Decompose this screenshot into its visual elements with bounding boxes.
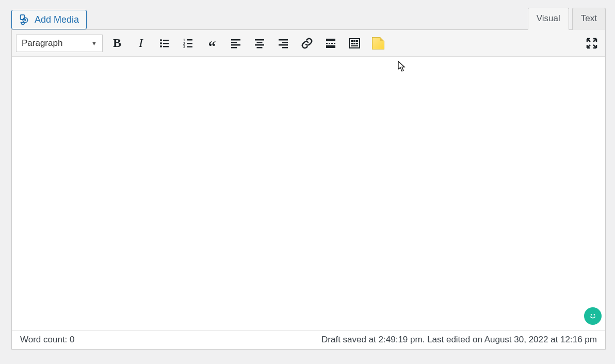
word-count: Word count: 0 (20, 335, 75, 345)
svg-rect-17 (255, 39, 264, 41)
svg-rect-19 (255, 44, 264, 46)
svg-rect-34 (356, 40, 358, 42)
svg-rect-13 (231, 39, 240, 41)
fullscreen-button[interactable] (582, 34, 601, 53)
svg-point-1 (160, 39, 162, 41)
link-icon (301, 37, 313, 49)
svg-rect-23 (279, 44, 288, 46)
italic-button[interactable]: I (132, 34, 150, 53)
svg-rect-15 (231, 44, 240, 46)
svg-rect-4 (163, 43, 169, 44)
align-center-icon (253, 37, 266, 49)
bulleted-list-icon (158, 37, 171, 49)
status-bar: Word count: 0 Draft saved at 2:49:19 pm.… (12, 330, 605, 349)
numbered-list-button[interactable]: 1 2 3 (179, 34, 198, 53)
bold-icon: B (113, 36, 121, 50)
svg-rect-20 (257, 47, 263, 48)
svg-rect-27 (329, 43, 330, 44)
chevron-down-icon: ▼ (91, 40, 97, 46)
svg-rect-8 (187, 39, 192, 41)
toolbar-toggle-icon (348, 37, 361, 49)
fullscreen-icon (586, 37, 598, 49)
svg-rect-22 (282, 42, 288, 43)
toggle-toolbar-button[interactable] (345, 34, 364, 53)
svg-rect-12 (187, 46, 192, 47)
svg-text:3: 3 (183, 45, 185, 48)
format-label: Paragraph (22, 38, 62, 48)
svg-rect-26 (326, 43, 328, 44)
svg-rect-18 (257, 42, 263, 43)
italic-icon: I (139, 36, 143, 50)
feedback-button[interactable] (584, 307, 602, 325)
read-more-button[interactable] (321, 34, 340, 53)
sticky-note-button[interactable] (369, 34, 387, 53)
numbered-list-icon: 1 2 3 (182, 37, 195, 49)
sticky-note-icon (372, 37, 384, 49)
svg-rect-30 (326, 45, 335, 48)
align-right-button[interactable] (274, 34, 293, 53)
svg-point-39 (591, 314, 592, 316)
align-right-icon (277, 37, 289, 49)
svg-point-40 (594, 314, 595, 316)
editor: Paragraph ▼ B I 1 2 3 “ (11, 29, 606, 350)
align-center-button[interactable] (250, 34, 269, 53)
svg-rect-24 (282, 47, 288, 48)
editor-toolbar: Paragraph ▼ B I 1 2 3 “ (12, 30, 605, 57)
svg-rect-29 (334, 43, 335, 44)
svg-rect-35 (351, 43, 353, 44)
svg-rect-37 (356, 43, 358, 44)
svg-rect-25 (326, 39, 335, 41)
svg-rect-28 (331, 43, 333, 44)
add-media-label: Add Media (35, 14, 79, 25)
editor-tabs: Visual Text (528, 7, 606, 29)
read-more-icon (325, 37, 337, 49)
bulleted-list-button[interactable] (155, 34, 174, 53)
format-select[interactable]: Paragraph ▼ (16, 35, 103, 52)
bold-button[interactable]: B (108, 34, 126, 53)
svg-rect-14 (231, 42, 237, 43)
svg-rect-0 (21, 15, 24, 20)
svg-rect-21 (279, 39, 288, 41)
save-info: Draft saved at 2:49:19 pm. Last edited o… (321, 335, 597, 345)
svg-rect-16 (231, 47, 237, 48)
media-icon (19, 14, 30, 25)
tab-visual[interactable]: Visual (528, 8, 569, 30)
editor-content[interactable] (12, 57, 605, 330)
svg-rect-10 (187, 43, 192, 44)
svg-point-5 (160, 45, 162, 47)
svg-rect-38 (351, 45, 358, 46)
svg-rect-2 (163, 40, 169, 41)
svg-rect-32 (351, 40, 353, 42)
smiley-icon (588, 311, 598, 321)
blockquote-button[interactable]: “ (203, 34, 221, 53)
blockquote-icon: “ (208, 44, 216, 49)
svg-rect-6 (163, 46, 169, 47)
svg-rect-33 (353, 40, 355, 42)
svg-rect-36 (353, 43, 355, 44)
tab-text[interactable]: Text (572, 8, 606, 30)
svg-point-3 (160, 42, 162, 44)
add-media-button[interactable]: Add Media (11, 10, 87, 29)
align-left-icon (230, 37, 242, 49)
align-left-button[interactable] (226, 34, 245, 53)
link-button[interactable] (298, 34, 316, 53)
